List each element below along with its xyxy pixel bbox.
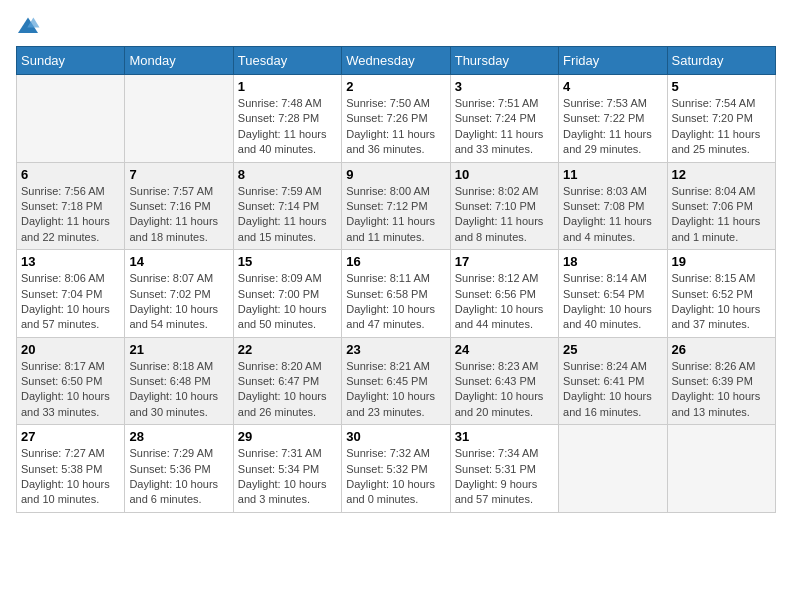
day-number: 7 <box>129 167 228 182</box>
day-number: 11 <box>563 167 662 182</box>
calendar-cell: 9Sunrise: 8:00 AM Sunset: 7:12 PM Daylig… <box>342 162 450 250</box>
day-number: 3 <box>455 79 554 94</box>
day-info: Sunrise: 8:15 AM Sunset: 6:52 PM Dayligh… <box>672 271 771 333</box>
day-info: Sunrise: 8:09 AM Sunset: 7:00 PM Dayligh… <box>238 271 337 333</box>
weekday-header-sunday: Sunday <box>17 47 125 75</box>
day-number: 25 <box>563 342 662 357</box>
day-info: Sunrise: 8:12 AM Sunset: 6:56 PM Dayligh… <box>455 271 554 333</box>
day-number: 9 <box>346 167 445 182</box>
day-info: Sunrise: 8:18 AM Sunset: 6:48 PM Dayligh… <box>129 359 228 421</box>
calendar-cell: 18Sunrise: 8:14 AM Sunset: 6:54 PM Dayli… <box>559 250 667 338</box>
calendar-week-row: 1Sunrise: 7:48 AM Sunset: 7:28 PM Daylig… <box>17 75 776 163</box>
day-number: 5 <box>672 79 771 94</box>
day-info: Sunrise: 8:07 AM Sunset: 7:02 PM Dayligh… <box>129 271 228 333</box>
day-number: 24 <box>455 342 554 357</box>
day-info: Sunrise: 8:21 AM Sunset: 6:45 PM Dayligh… <box>346 359 445 421</box>
day-info: Sunrise: 8:06 AM Sunset: 7:04 PM Dayligh… <box>21 271 120 333</box>
day-info: Sunrise: 7:53 AM Sunset: 7:22 PM Dayligh… <box>563 96 662 158</box>
day-info: Sunrise: 7:34 AM Sunset: 5:31 PM Dayligh… <box>455 446 554 508</box>
weekday-header-tuesday: Tuesday <box>233 47 341 75</box>
day-number: 31 <box>455 429 554 444</box>
calendar-week-row: 13Sunrise: 8:06 AM Sunset: 7:04 PM Dayli… <box>17 250 776 338</box>
day-info: Sunrise: 7:51 AM Sunset: 7:24 PM Dayligh… <box>455 96 554 158</box>
day-number: 17 <box>455 254 554 269</box>
day-info: Sunrise: 8:17 AM Sunset: 6:50 PM Dayligh… <box>21 359 120 421</box>
day-number: 28 <box>129 429 228 444</box>
day-info: Sunrise: 8:00 AM Sunset: 7:12 PM Dayligh… <box>346 184 445 246</box>
logo-icon <box>16 16 40 36</box>
day-info: Sunrise: 8:24 AM Sunset: 6:41 PM Dayligh… <box>563 359 662 421</box>
day-number: 2 <box>346 79 445 94</box>
calendar-cell: 25Sunrise: 8:24 AM Sunset: 6:41 PM Dayli… <box>559 337 667 425</box>
calendar-cell: 29Sunrise: 7:31 AM Sunset: 5:34 PM Dayli… <box>233 425 341 513</box>
calendar-table: SundayMondayTuesdayWednesdayThursdayFrid… <box>16 46 776 513</box>
page-header <box>16 16 776 36</box>
day-number: 29 <box>238 429 337 444</box>
day-info: Sunrise: 7:57 AM Sunset: 7:16 PM Dayligh… <box>129 184 228 246</box>
day-number: 15 <box>238 254 337 269</box>
day-number: 13 <box>21 254 120 269</box>
calendar-cell: 17Sunrise: 8:12 AM Sunset: 6:56 PM Dayli… <box>450 250 558 338</box>
day-number: 26 <box>672 342 771 357</box>
calendar-cell: 8Sunrise: 7:59 AM Sunset: 7:14 PM Daylig… <box>233 162 341 250</box>
day-number: 6 <box>21 167 120 182</box>
day-info: Sunrise: 7:56 AM Sunset: 7:18 PM Dayligh… <box>21 184 120 246</box>
calendar-cell: 3Sunrise: 7:51 AM Sunset: 7:24 PM Daylig… <box>450 75 558 163</box>
day-number: 4 <box>563 79 662 94</box>
weekday-header-friday: Friday <box>559 47 667 75</box>
calendar-week-row: 6Sunrise: 7:56 AM Sunset: 7:18 PM Daylig… <box>17 162 776 250</box>
weekday-header-monday: Monday <box>125 47 233 75</box>
calendar-cell: 5Sunrise: 7:54 AM Sunset: 7:20 PM Daylig… <box>667 75 775 163</box>
calendar-cell: 24Sunrise: 8:23 AM Sunset: 6:43 PM Dayli… <box>450 337 558 425</box>
calendar-cell: 30Sunrise: 7:32 AM Sunset: 5:32 PM Dayli… <box>342 425 450 513</box>
weekday-header-thursday: Thursday <box>450 47 558 75</box>
day-info: Sunrise: 8:11 AM Sunset: 6:58 PM Dayligh… <box>346 271 445 333</box>
day-number: 8 <box>238 167 337 182</box>
day-number: 20 <box>21 342 120 357</box>
day-info: Sunrise: 8:03 AM Sunset: 7:08 PM Dayligh… <box>563 184 662 246</box>
calendar-cell: 12Sunrise: 8:04 AM Sunset: 7:06 PM Dayli… <box>667 162 775 250</box>
calendar-cell: 16Sunrise: 8:11 AM Sunset: 6:58 PM Dayli… <box>342 250 450 338</box>
calendar-cell: 23Sunrise: 8:21 AM Sunset: 6:45 PM Dayli… <box>342 337 450 425</box>
weekday-header-wednesday: Wednesday <box>342 47 450 75</box>
calendar-cell: 31Sunrise: 7:34 AM Sunset: 5:31 PM Dayli… <box>450 425 558 513</box>
calendar-cell: 10Sunrise: 8:02 AM Sunset: 7:10 PM Dayli… <box>450 162 558 250</box>
calendar-week-row: 27Sunrise: 7:27 AM Sunset: 5:38 PM Dayli… <box>17 425 776 513</box>
calendar-cell: 22Sunrise: 8:20 AM Sunset: 6:47 PM Dayli… <box>233 337 341 425</box>
calendar-cell: 20Sunrise: 8:17 AM Sunset: 6:50 PM Dayli… <box>17 337 125 425</box>
calendar-cell: 21Sunrise: 8:18 AM Sunset: 6:48 PM Dayli… <box>125 337 233 425</box>
day-info: Sunrise: 8:02 AM Sunset: 7:10 PM Dayligh… <box>455 184 554 246</box>
day-info: Sunrise: 7:59 AM Sunset: 7:14 PM Dayligh… <box>238 184 337 246</box>
calendar-cell <box>559 425 667 513</box>
calendar-cell: 27Sunrise: 7:27 AM Sunset: 5:38 PM Dayli… <box>17 425 125 513</box>
calendar-cell: 4Sunrise: 7:53 AM Sunset: 7:22 PM Daylig… <box>559 75 667 163</box>
day-info: Sunrise: 7:27 AM Sunset: 5:38 PM Dayligh… <box>21 446 120 508</box>
day-info: Sunrise: 8:20 AM Sunset: 6:47 PM Dayligh… <box>238 359 337 421</box>
calendar-cell: 13Sunrise: 8:06 AM Sunset: 7:04 PM Dayli… <box>17 250 125 338</box>
calendar-cell: 1Sunrise: 7:48 AM Sunset: 7:28 PM Daylig… <box>233 75 341 163</box>
day-info: Sunrise: 8:26 AM Sunset: 6:39 PM Dayligh… <box>672 359 771 421</box>
day-info: Sunrise: 7:48 AM Sunset: 7:28 PM Dayligh… <box>238 96 337 158</box>
day-info: Sunrise: 7:29 AM Sunset: 5:36 PM Dayligh… <box>129 446 228 508</box>
calendar-cell: 15Sunrise: 8:09 AM Sunset: 7:00 PM Dayli… <box>233 250 341 338</box>
day-number: 21 <box>129 342 228 357</box>
day-number: 14 <box>129 254 228 269</box>
calendar-cell: 19Sunrise: 8:15 AM Sunset: 6:52 PM Dayli… <box>667 250 775 338</box>
calendar-cell: 6Sunrise: 7:56 AM Sunset: 7:18 PM Daylig… <box>17 162 125 250</box>
calendar-cell: 14Sunrise: 8:07 AM Sunset: 7:02 PM Dayli… <box>125 250 233 338</box>
calendar-cell <box>17 75 125 163</box>
day-info: Sunrise: 8:23 AM Sunset: 6:43 PM Dayligh… <box>455 359 554 421</box>
day-number: 18 <box>563 254 662 269</box>
calendar-cell: 28Sunrise: 7:29 AM Sunset: 5:36 PM Dayli… <box>125 425 233 513</box>
day-number: 23 <box>346 342 445 357</box>
day-info: Sunrise: 7:32 AM Sunset: 5:32 PM Dayligh… <box>346 446 445 508</box>
day-info: Sunrise: 8:04 AM Sunset: 7:06 PM Dayligh… <box>672 184 771 246</box>
day-number: 12 <box>672 167 771 182</box>
day-number: 10 <box>455 167 554 182</box>
day-info: Sunrise: 8:14 AM Sunset: 6:54 PM Dayligh… <box>563 271 662 333</box>
day-info: Sunrise: 7:50 AM Sunset: 7:26 PM Dayligh… <box>346 96 445 158</box>
day-number: 16 <box>346 254 445 269</box>
calendar-cell: 7Sunrise: 7:57 AM Sunset: 7:16 PM Daylig… <box>125 162 233 250</box>
day-number: 1 <box>238 79 337 94</box>
weekday-header-row: SundayMondayTuesdayWednesdayThursdayFrid… <box>17 47 776 75</box>
